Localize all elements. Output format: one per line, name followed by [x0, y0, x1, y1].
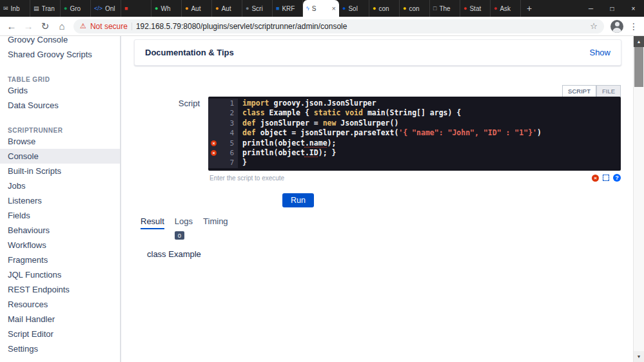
- browser-tab[interactable]: ● Aut: [182, 0, 212, 17]
- tab-title: Aut: [221, 5, 239, 12]
- tab-title: Gro: [70, 5, 87, 12]
- browser-tab[interactable]: ϟ S ×: [303, 0, 339, 17]
- maximize-button[interactable]: □: [601, 0, 623, 17]
- browser-tab[interactable]: ● Stat: [460, 0, 491, 17]
- browser-toolbar: ← → ↻ ⌂ ⚠ Not secure 192.168.5.79:8080/p…: [0, 17, 644, 36]
- main-content: Documentation & Tips Show Script SCRIPT …: [121, 36, 633, 362]
- sidebar-item-mail-handler[interactable]: Mail Handler: [0, 312, 120, 327]
- code-line[interactable]: ×5println(object.name);: [208, 138, 621, 148]
- scroll-up-icon[interactable]: ▲: [634, 36, 644, 47]
- browser-tab[interactable]: □ The: [430, 0, 460, 17]
- sidebar-item-resources[interactable]: Resources: [0, 297, 120, 312]
- browser-tab[interactable]: ● Scri: [242, 0, 273, 17]
- sidebar-item-behaviours[interactable]: Behaviours: [0, 223, 120, 238]
- code-line[interactable]: 7}: [208, 158, 621, 167]
- sidebar-item-console[interactable]: Console: [0, 149, 120, 164]
- browser-tab[interactable]: ● con: [400, 0, 430, 17]
- error-marker-icon: ×: [211, 150, 217, 156]
- code-text: println(object.name);: [238, 138, 336, 148]
- code-lines: 1import groovy.json.JsonSlurper2class Ex…: [208, 97, 621, 168]
- forward-button[interactable]: →: [21, 19, 36, 34]
- scroll-down-icon[interactable]: ▼: [634, 351, 644, 362]
- tab-title: The: [439, 5, 456, 12]
- browser-tab[interactable]: ■: [121, 0, 151, 17]
- sidebar-item-built-in-scripts[interactable]: Built-in Scripts: [0, 164, 120, 178]
- line-number: ×5: [208, 138, 238, 148]
- sidebar-item-shared-groovy-scripts[interactable]: Shared Groovy Scripts: [0, 47, 120, 62]
- result-output: class Example: [147, 249, 201, 259]
- sidebar-item-fragments[interactable]: Fragments: [0, 252, 120, 267]
- code-text: }: [238, 158, 247, 167]
- browser-menu-icon[interactable]: ⋮: [627, 21, 640, 32]
- browser-tab[interactable]: ▤ Tran: [30, 0, 61, 17]
- browser-tab[interactable]: ● Wh: [151, 0, 182, 17]
- code-line[interactable]: 1import groovy.json.JsonSlurper: [208, 99, 621, 108]
- sidebar-section-header: TABLE GRID: [0, 70, 120, 83]
- run-button[interactable]: Run: [282, 193, 314, 207]
- code-line[interactable]: 3def jsonSlurper = new JsonSlurper(): [208, 119, 621, 128]
- sidebar-item-data-sources[interactable]: Data Sources: [0, 98, 120, 113]
- tab-timing[interactable]: Timing: [203, 216, 228, 229]
- tab-favicon-icon: ●: [373, 6, 376, 12]
- tab-favicon-icon: ●: [246, 6, 249, 12]
- tab-title: Tran: [42, 5, 57, 12]
- tab-title: Stat: [469, 5, 487, 12]
- address-bar[interactable]: ⚠ Not secure 192.168.5.79:8080/plugins/s…: [73, 19, 604, 33]
- tab-result[interactable]: Result: [141, 216, 164, 229]
- address-url[interactable]: 192.168.5.79:8080/plugins/servlet/script…: [136, 22, 586, 31]
- sidebar-item-fields[interactable]: Fields: [0, 208, 120, 223]
- tab-title: Sol: [348, 5, 366, 12]
- close-button[interactable]: ×: [623, 0, 644, 17]
- bookmark-star-icon[interactable]: ☆: [590, 21, 598, 31]
- code-text: def jsonSlurper = new JsonSlurper(): [238, 119, 398, 128]
- code-editor[interactable]: 1import groovy.json.JsonSlurper2class Ex…: [208, 97, 621, 171]
- browser-tab[interactable]: ● con: [369, 0, 400, 17]
- new-tab-button[interactable]: +: [521, 0, 538, 17]
- profile-avatar[interactable]: [610, 20, 623, 33]
- sidebar-list: Groovy Console Shared Groovy Scripts TAB…: [0, 36, 120, 356]
- refresh-button[interactable]: ↻: [37, 19, 53, 34]
- error-indicator-icon[interactable]: ×: [592, 175, 599, 182]
- window-controls: ─ □ ×: [580, 0, 644, 17]
- tab-logs[interactable]: Logs: [175, 216, 193, 229]
- sidebar-item-grids[interactable]: Grids: [0, 83, 120, 98]
- code-line[interactable]: 4def object = jsonSlurper.parseText('{ "…: [208, 128, 621, 138]
- editor-action-icons: × ?: [592, 174, 621, 182]
- show-documentation-link[interactable]: Show: [589, 48, 610, 57]
- sidebar-item-groovy-console[interactable]: Groovy Console: [0, 36, 120, 47]
- sidebar-item-settings[interactable]: Settings: [0, 341, 120, 356]
- line-number: 4: [208, 128, 238, 138]
- sidebar-item-script-editor[interactable]: Script Editor: [0, 327, 120, 341]
- home-button[interactable]: ⌂: [54, 19, 70, 34]
- browser-tab[interactable]: ● Aut: [212, 0, 242, 17]
- fullscreen-icon[interactable]: [603, 175, 609, 181]
- sidebar-item-browse[interactable]: Browse: [0, 134, 120, 149]
- security-warning-label[interactable]: Not secure: [90, 22, 128, 31]
- browser-tab[interactable]: </> Onl: [91, 0, 121, 17]
- line-number: 3: [208, 119, 238, 128]
- sidebar-item-jql-functions[interactable]: JQL Functions: [0, 267, 120, 282]
- sidebar-item-jobs[interactable]: Jobs: [0, 178, 120, 193]
- tab-close-icon[interactable]: ×: [332, 5, 336, 12]
- code-line[interactable]: ×6println(object.ID); }: [208, 148, 621, 158]
- editor-tab-file[interactable]: FILE: [596, 85, 621, 97]
- warning-icon[interactable]: ⚠: [80, 23, 86, 30]
- result-tab-wrap: Result: [141, 216, 164, 240]
- help-icon[interactable]: ?: [613, 174, 621, 182]
- result-tab-wrap: Timing: [203, 216, 228, 240]
- editor-tab-script[interactable]: SCRIPT: [562, 85, 596, 97]
- code-line[interactable]: 2class Example { static void main(String…: [208, 108, 621, 118]
- vertical-scrollbar[interactable]: ▲ ▼: [633, 36, 644, 362]
- browser-tab[interactable]: ● Sol: [339, 0, 369, 17]
- back-button[interactable]: ←: [4, 19, 19, 34]
- scrollbar-thumb[interactable]: [634, 47, 643, 87]
- browser-tab[interactable]: ● Gro: [61, 0, 91, 17]
- browser-titlebar: ✉ Inb ▤ Tran ● Gro </> Onl ■ ● Wh ● Aut …: [0, 0, 644, 17]
- sidebar-item-workflows[interactable]: Workflows: [0, 238, 120, 252]
- browser-tab[interactable]: ■ KRF: [273, 0, 303, 17]
- browser-tab[interactable]: ✉ Inb: [0, 0, 30, 17]
- sidebar-item-rest-endpoints[interactable]: REST Endpoints: [0, 282, 120, 297]
- minimize-button[interactable]: ─: [580, 0, 601, 17]
- sidebar-item-listeners[interactable]: Listeners: [0, 193, 120, 208]
- browser-tab[interactable]: ● Ask: [491, 0, 521, 17]
